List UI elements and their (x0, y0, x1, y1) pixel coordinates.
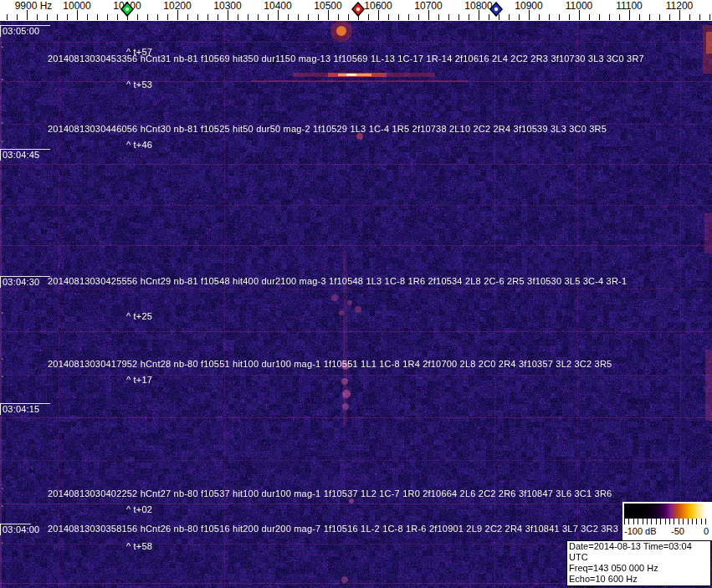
detection-log-line: 20140813030446056 hCnt30 nb-81 f10525 hi… (48, 124, 607, 134)
time-axis-label: 03:04:45 (0, 149, 50, 161)
ruler-tick (689, 14, 690, 20)
ruler-tick (218, 14, 218, 20)
ruler-label: 10000 (63, 0, 90, 12)
ruler-tick (87, 14, 88, 20)
ruler-tick (519, 14, 520, 20)
ruler-tick (17, 14, 18, 20)
ruler-tick (559, 14, 560, 20)
colorbar: -100 dB -50 0 (622, 502, 712, 540)
left-edge-tick: ` (1, 78, 4, 88)
colorbar-tick-ruler (624, 519, 710, 524)
ruler-tick (619, 14, 620, 20)
event-time-marker: ^ t+46 (126, 140, 152, 150)
ruler-tick (438, 14, 439, 20)
info-echo: Echo=10 600 Hz (569, 574, 709, 585)
info-station: HPHK (569, 585, 709, 588)
ruler-tick (569, 14, 570, 20)
time-axis-label: 03:04:00 (0, 524, 31, 535)
ruler-tick (338, 14, 339, 20)
ruler-tick (47, 14, 48, 20)
ruler-tick (308, 14, 309, 20)
detection-log-line: 20140813030425556 hCnt29 nb-81 f10548 hi… (48, 276, 627, 286)
ruler-label: 11000 (566, 0, 592, 12)
info-box: Date=2014-08-13 Time=03:04 UTC Freq=143 … (566, 540, 711, 586)
left-edge-tick: ` (1, 140, 4, 150)
ruler-tick (97, 14, 98, 20)
event-time-marker: ^ t+53 (126, 79, 152, 89)
ruler-tick (197, 14, 198, 20)
ruler-tick (398, 14, 399, 20)
ruler-label: 10400 (264, 0, 291, 12)
green-diamond-marker[interactable] (120, 2, 134, 20)
ruler-tick (7, 14, 8, 20)
event-time-marker: ^ t+57 (126, 47, 152, 57)
left-edge-tick: ` (1, 375, 4, 385)
ruler-label: 10700 (414, 0, 442, 12)
left-edge-tick: ` (1, 311, 4, 321)
ruler-tick (699, 14, 700, 20)
colorbar-label-mid: -50 (671, 526, 684, 536)
time-axis-label: 03:05:00 (0, 25, 50, 37)
event-time-marker: ^ t+58 (126, 541, 152, 551)
left-edge-tick: ` (1, 541, 4, 551)
ruler-tick (458, 14, 459, 20)
left-edge-tick: ` (1, 487, 4, 497)
ruler-tick (509, 14, 510, 20)
ruler-label: 10500 (314, 0, 341, 12)
ruler-tick (157, 14, 158, 20)
detection-log-line: 20140813030417952 hCnt28 nb-80 f10551 hi… (48, 359, 612, 369)
ruler-tick (318, 14, 319, 20)
ruler-tick (709, 14, 710, 20)
time-axis-label: 03:04:30 (0, 276, 50, 288)
ruler-tick (57, 14, 58, 20)
spectrogram-canvas (0, 0, 712, 588)
ruler-tick (639, 14, 640, 20)
event-time-marker: ^ t+02 (126, 504, 152, 514)
event-time-marker: ^ t+25 (126, 311, 152, 321)
ruler-tick (147, 14, 148, 20)
ruler-tick (589, 14, 590, 20)
info-frequency: Freq=143 050 000 Hz (569, 563, 709, 574)
colorbar-gradient (624, 504, 710, 519)
ruler-label: 11100 (616, 0, 643, 12)
ruler-tick (669, 14, 670, 20)
ruler-tick (187, 14, 188, 20)
left-edge-tick: ` (1, 504, 4, 514)
ruler-tick (248, 14, 248, 20)
ruler-tick (469, 14, 469, 20)
ruler-label: 10900 (515, 0, 542, 12)
ruler-label: 11200 (666, 0, 693, 12)
ruler-label: 10200 (163, 0, 191, 12)
ruler-tick (659, 14, 660, 20)
info-date-time: Date=2014-08-13 Time=03:04 UTC (569, 541, 709, 563)
left-edge-tick: ` (1, 45, 4, 55)
ruler-tick (298, 14, 299, 20)
ruler-label: 10800 (464, 0, 492, 12)
ruler-tick (37, 14, 38, 20)
ruler-tick (167, 14, 168, 20)
ruler-tick (649, 14, 650, 20)
ruler-label: 10600 (364, 0, 392, 12)
left-edge-tick: ` (1, 121, 4, 131)
ruler-tick (368, 14, 369, 20)
red-diamond-marker[interactable] (351, 2, 365, 20)
ruler-tick (268, 14, 269, 20)
ruler-tick (348, 14, 349, 20)
ruler-tick (238, 14, 238, 20)
ruler-tick (549, 14, 550, 20)
detection-log-line: 20140813030402252 hCnt27 nb-80 f10537 hi… (48, 488, 612, 499)
colorbar-label-max: 0 (704, 526, 709, 536)
ruler-tick (539, 14, 540, 20)
event-time-marker: ^ t+17 (126, 375, 152, 385)
ruler-label: 10300 (213, 0, 241, 12)
frequency-ruler: 9900 Hz100001010010200103001040010500106… (0, 0, 712, 21)
time-axis-label: 03:04:15 (0, 403, 50, 415)
blue-diamond-marker[interactable] (489, 2, 503, 20)
ruler-tick (67, 14, 68, 20)
ruler-tick (207, 14, 208, 20)
ruler-tick (599, 14, 600, 20)
ruler-tick (388, 14, 389, 20)
ruler-tick (258, 14, 259, 20)
ruler-tick (408, 14, 409, 20)
colorbar-label-min: -100 dB (624, 526, 657, 536)
